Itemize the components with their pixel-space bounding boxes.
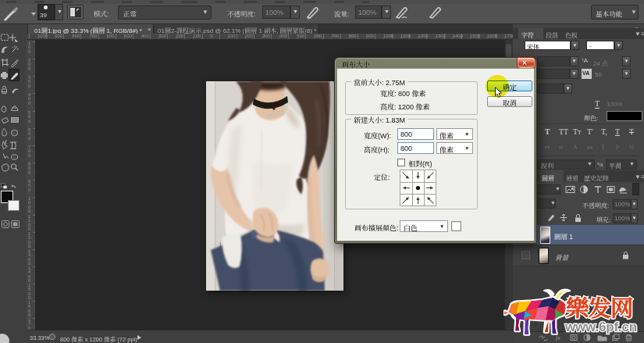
svg-text:www.6pf.cn: www.6pf.cn [564, 320, 637, 334]
svg-text:乐发网: 乐发网 [566, 290, 633, 323]
